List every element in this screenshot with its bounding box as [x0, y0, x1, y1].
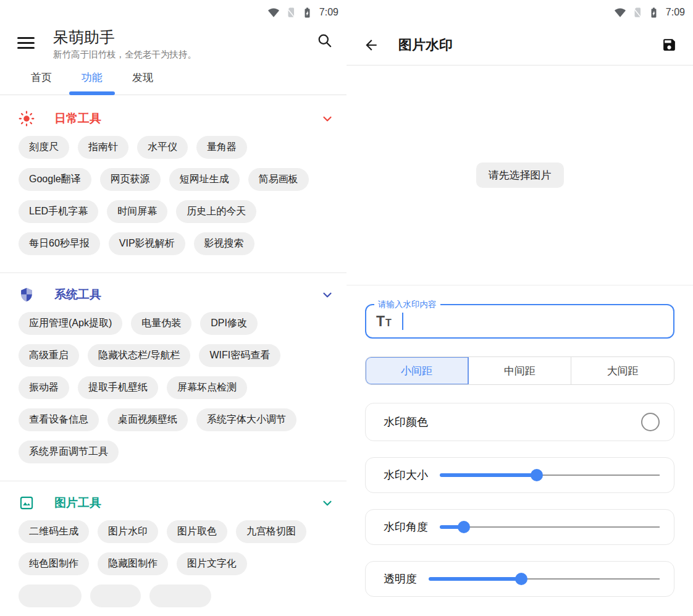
- wifi-icon: [614, 6, 626, 19]
- battery-charging-icon: [301, 6, 313, 19]
- app-header: 呆萌助手 新竹高于旧竹枝，全凭老干为扶持。: [0, 25, 346, 61]
- search-icon[interactable]: [316, 32, 333, 51]
- chip-网页获源[interactable]: 网页获源: [100, 168, 161, 191]
- shield-icon: [19, 287, 35, 303]
- chip-水平仪[interactable]: 水平仪: [137, 136, 188, 159]
- menu-icon[interactable]: [17, 37, 35, 49]
- watermark-color-row: 水印颜色: [365, 403, 674, 441]
- active-tab-underline: [69, 91, 115, 95]
- chip-高级重启[interactable]: 高级重启: [19, 344, 79, 367]
- chip-系统界面调节工具[interactable]: 系统界面调节工具: [19, 441, 119, 463]
- chip-row: 每日60秒早报VIP影视解析影视搜索: [19, 232, 332, 255]
- chip-应用管理(Apk提取)[interactable]: 应用管理(Apk提取): [19, 312, 122, 335]
- chip-系统字体大小调节[interactable]: 系统字体大小调节: [196, 408, 296, 431]
- chip-指南针[interactable]: 指南针: [78, 136, 128, 159]
- tab-discover[interactable]: 发现: [132, 61, 153, 95]
- chip-row: 振动器提取手机壁纸屏幕坏点检测: [19, 376, 332, 399]
- slider-thumb[interactable]: [458, 521, 470, 533]
- chip-量角器[interactable]: 量角器: [196, 136, 247, 159]
- chip-row: 高级重启隐藏状态栏/导航栏WIFI密码查看: [19, 344, 332, 367]
- chip-row: 刻度尺指南针水平仪量角器: [19, 136, 332, 159]
- battery-charging-icon: [648, 6, 660, 19]
- seg-small-spacing[interactable]: 小间距: [366, 357, 469, 384]
- chip-影视搜索[interactable]: 影视搜索: [194, 232, 254, 255]
- chip-图片水印[interactable]: 图片水印: [98, 520, 158, 543]
- divider: [346, 285, 693, 285]
- chip-cut-off[interactable]: [19, 584, 82, 607]
- watermark-angle-row: 水印角度: [365, 509, 674, 545]
- chip-刻度尺[interactable]: 刻度尺: [19, 136, 69, 159]
- chip-隐藏状态栏/导航栏[interactable]: 隐藏状态栏/导航栏: [88, 344, 190, 367]
- chip-短网址生成[interactable]: 短网址生成: [169, 168, 240, 191]
- chevron-down-icon[interactable]: [321, 112, 334, 125]
- chip-简易画板[interactable]: 简易画板: [248, 168, 309, 191]
- tab-features[interactable]: 功能: [82, 61, 103, 95]
- chip-row: 查看设备信息桌面视频壁纸系统字体大小调节: [19, 408, 332, 431]
- chip-历史上的今天[interactable]: 历史上的今天: [176, 200, 256, 223]
- opacity-slider[interactable]: [429, 572, 660, 586]
- chip-查看设备信息[interactable]: 查看设备信息: [19, 408, 99, 431]
- status-time: 7:09: [666, 7, 685, 18]
- section-header-daily-tools: 日常工具: [19, 111, 334, 127]
- row-label: 水印颜色: [384, 415, 428, 429]
- section-title: 系统工具: [54, 287, 101, 303]
- watermark-size-slider[interactable]: [440, 468, 660, 482]
- chip-row: Google翻译网页获源短网址生成简易画板: [19, 168, 332, 191]
- watermark-input-label: 请输入水印内容: [374, 299, 440, 310]
- chip-九宫格切图[interactable]: 九宫格切图: [236, 520, 306, 543]
- top-tab-bar: 首页功能发现: [0, 61, 346, 95]
- status-bar: 7:09: [0, 0, 346, 25]
- chevron-down-icon[interactable]: [321, 496, 334, 510]
- text-cursor: [402, 313, 403, 330]
- chip-row: 应用管理(Apk提取)电量伪装DPI修改: [19, 312, 332, 335]
- chip-Google翻译[interactable]: Google翻译: [19, 168, 91, 191]
- chip-纯色图制作[interactable]: 纯色图制作: [19, 552, 89, 575]
- section-header-image-tools: 图片工具: [19, 495, 334, 511]
- left-app-panel: 7:09 呆萌助手 新竹高于旧竹枝，全凭老干为扶持。 首页功能发现 日常工具 刻…: [0, 0, 346, 616]
- chip-每日60秒早报[interactable]: 每日60秒早报: [19, 232, 100, 255]
- seg-medium-spacing[interactable]: 中间距: [469, 357, 572, 384]
- chip-二维码生成[interactable]: 二维码生成: [19, 520, 89, 543]
- color-circle-outline[interactable]: [641, 413, 660, 431]
- watermark-angle-slider[interactable]: [440, 520, 660, 534]
- chip-WIFI密码查看[interactable]: WIFI密码查看: [199, 344, 280, 367]
- chip-LED手机字幕[interactable]: LED手机字幕: [19, 200, 98, 223]
- chip-桌面视频壁纸[interactable]: 桌面视频壁纸: [107, 408, 188, 431]
- chip-屏幕坏点检测[interactable]: 屏幕坏点检测: [167, 376, 247, 399]
- chip-隐藏图制作[interactable]: 隐藏图制作: [98, 552, 168, 575]
- chip-提取手机壁纸[interactable]: 提取手机壁纸: [78, 376, 158, 399]
- section-title: 日常工具: [54, 111, 101, 127]
- seg-large-spacing[interactable]: 大间距: [571, 357, 674, 384]
- section-header-system-tools: 系统工具: [19, 287, 334, 303]
- chip-VIP影视解析[interactable]: VIP影视解析: [109, 232, 185, 255]
- chip-图片取色[interactable]: 图片取色: [167, 520, 227, 543]
- page-title: 图片水印: [398, 36, 453, 54]
- toolbar: 图片水印: [346, 25, 693, 65]
- app-subtitle: 新竹高于旧竹枝，全凭老干为扶持。: [53, 49, 196, 61]
- chip-cut-off[interactable]: [90, 584, 141, 607]
- save-icon[interactable]: [662, 37, 677, 53]
- watermark-size-row: 水印大小: [365, 457, 674, 493]
- chip-振动器[interactable]: 振动器: [19, 376, 69, 399]
- chip-row: LED手机字幕时间屏幕历史上的今天: [19, 200, 332, 223]
- chip-时间屏幕[interactable]: 时间屏幕: [107, 200, 167, 223]
- chevron-down-icon[interactable]: [321, 288, 334, 302]
- chip-row: 二维码生成图片水印图片取色九宫格切图: [19, 520, 332, 543]
- no-sim-icon: [631, 7, 643, 19]
- chip-group-daily-tools: 刻度尺指南针水平仪量角器Google翻译网页获源短网址生成简易画板LED手机字幕…: [19, 136, 332, 255]
- spacing-segmented-control: 小间距中间距大间距: [365, 357, 674, 385]
- status-bar: 7:09: [346, 0, 693, 25]
- chip-DPI修改[interactable]: DPI修改: [200, 312, 258, 335]
- image-icon: [19, 495, 35, 511]
- watermark-input[interactable]: 请输入水印内容 TT: [365, 304, 674, 339]
- chip-图片文字化[interactable]: 图片文字化: [177, 552, 247, 575]
- select-image-button[interactable]: 请先选择图片: [476, 162, 564, 188]
- chip-电量伪装[interactable]: 电量伪装: [131, 312, 191, 335]
- tab-home[interactable]: 首页: [31, 61, 52, 95]
- slider-thumb[interactable]: [531, 469, 543, 481]
- divider: [0, 272, 346, 273]
- chip-cut-off[interactable]: [149, 584, 211, 607]
- back-arrow-icon[interactable]: [363, 37, 379, 53]
- slider-thumb[interactable]: [515, 573, 527, 585]
- status-time: 7:09: [319, 7, 338, 18]
